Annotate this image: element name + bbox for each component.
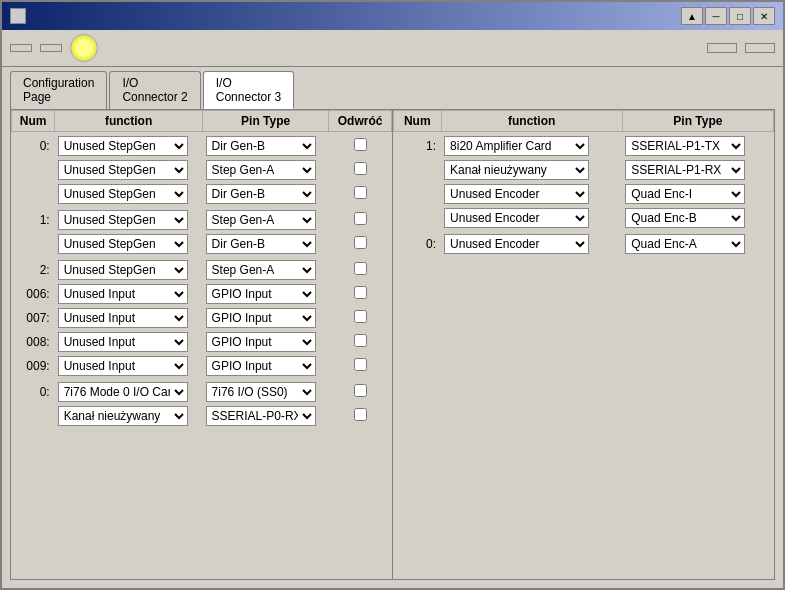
left-odwroc-checkbox[interactable] <box>354 384 367 397</box>
left-odwroc-checkbox[interactable] <box>354 334 367 347</box>
left-odwroc-checkbox[interactable] <box>354 236 367 249</box>
left-odwroc-checkbox[interactable] <box>354 138 367 151</box>
close-button[interactable]: ✕ <box>753 7 775 25</box>
minimize-button[interactable]: ▲ <box>681 7 703 25</box>
left-odwroc-cell <box>329 158 392 182</box>
right-function-select[interactable]: Unused Encoder <box>444 208 589 228</box>
main-window: ▲ ─ □ ✕ ConfigurationPage I/OConnector 2… <box>0 0 785 590</box>
maximize-button[interactable]: □ <box>729 7 751 25</box>
left-table-row: 1:Unused StepGenStep Gen-A <box>12 206 392 232</box>
left-odwroc-checkbox[interactable] <box>354 408 367 421</box>
right-table-row: 1:8i20 Amplifier CardSSERIAL-P1-TX <box>394 132 774 159</box>
right-header-function: function <box>441 111 622 132</box>
left-function-select[interactable]: Unused StepGen <box>58 234 188 254</box>
right-function-cell: 8i20 Amplifier Card <box>441 132 622 159</box>
left-function-select[interactable]: Kanał nieużywany <box>58 406 188 426</box>
left-odwroc-cell <box>329 256 392 282</box>
left-column: Num function Pin Type Odwróć 0:Unused St… <box>11 110 393 579</box>
right-function-cell: Unused Encoder <box>441 230 622 256</box>
right-function-cell: Unused Encoder <box>441 182 622 206</box>
left-pintype-select[interactable]: 7i76 I/O (SS0) <box>206 382 316 402</box>
left-odwroc-checkbox[interactable] <box>354 186 367 199</box>
left-table-row: 007:Unused InputGPIO Input <box>12 306 392 330</box>
right-pintype-select[interactable]: Quad Enc-A <box>625 234 745 254</box>
left-pintype-select[interactable]: Step Gen-A <box>206 210 316 230</box>
right-function-cell: Unused Encoder <box>441 206 622 230</box>
back-button[interactable] <box>707 43 737 53</box>
left-pintype-cell: Step Gen-A <box>203 206 329 232</box>
menubar <box>2 30 783 67</box>
left-pintype-cell: GPIO Input <box>203 282 329 306</box>
left-function-select[interactable]: Unused Input <box>58 284 188 304</box>
left-num-cell: 008: <box>12 330 55 354</box>
left-pintype-select[interactable]: GPIO Input <box>206 332 316 352</box>
right-column: Num function Pin Type 1:8i20 Amplifier C… <box>393 110 774 579</box>
left-odwroc-checkbox[interactable] <box>354 358 367 371</box>
left-num-cell: 0: <box>12 378 55 404</box>
left-function-cell: Unused Input <box>55 330 203 354</box>
left-function-cell: 7i76 Mode 0 I/O Card <box>55 378 203 404</box>
left-pintype-select[interactable]: SSERIAL-P0-RX <box>206 406 316 426</box>
right-pintype-select[interactable]: SSERIAL-P1-RX <box>625 160 745 180</box>
left-odwroc-checkbox[interactable] <box>354 286 367 299</box>
right-function-select[interactable]: Unused Encoder <box>444 184 589 204</box>
anuluj-button[interactable] <box>40 44 62 52</box>
left-function-select[interactable]: Unused StepGen <box>58 160 188 180</box>
left-odwroc-checkbox[interactable] <box>354 212 367 225</box>
right-num-cell <box>394 206 442 230</box>
left-function-select[interactable]: 7i76 Mode 0 I/O Card <box>58 382 188 402</box>
right-function-select[interactable]: Kanał nieużywany <box>444 160 589 180</box>
left-function-select[interactable]: Unused Input <box>58 308 188 328</box>
left-header-num: Num <box>12 111 55 132</box>
left-pintype-select[interactable]: Dir Gen-B <box>206 184 316 204</box>
left-odwroc-checkbox[interactable] <box>354 310 367 323</box>
left-function-select[interactable]: Unused StepGen <box>58 136 188 156</box>
left-num-cell <box>12 404 55 428</box>
left-pintype-select[interactable]: GPIO Input <box>206 308 316 328</box>
left-table-row: 2:Unused StepGenStep Gen-A <box>12 256 392 282</box>
right-num-cell <box>394 182 442 206</box>
left-function-select[interactable]: Unused StepGen <box>58 260 188 280</box>
right-pintype-cell: Quad Enc-B <box>622 206 773 230</box>
right-table-row: Kanał nieużywanySSERIAL-P1-RX <box>394 158 774 182</box>
tab-io-connector-3[interactable]: I/OConnector 3 <box>203 71 294 109</box>
left-function-cell: Unused Input <box>55 282 203 306</box>
restore-button[interactable]: ─ <box>705 7 727 25</box>
right-pintype-select[interactable]: SSERIAL-P1-TX <box>625 136 745 156</box>
left-num-cell: 1: <box>12 206 55 232</box>
pomoc-button[interactable] <box>10 44 32 52</box>
left-pintype-select[interactable]: GPIO Input <box>206 284 316 304</box>
left-header-function: function <box>55 111 203 132</box>
left-pintype-cell: GPIO Input <box>203 330 329 354</box>
left-odwroc-cell <box>329 404 392 428</box>
left-function-cell: Unused StepGen <box>55 132 203 159</box>
tab-io-connector-2[interactable]: I/OConnector 2 <box>109 71 200 109</box>
right-function-select[interactable]: 8i20 Amplifier Card <box>444 136 589 156</box>
right-pintype-select[interactable]: Quad Enc-B <box>625 208 745 228</box>
titlebar-buttons: ▲ ─ □ ✕ <box>681 7 775 25</box>
tab-config-page[interactable]: ConfigurationPage <box>10 71 107 109</box>
left-function-cell: Unused StepGen <box>55 206 203 232</box>
right-table-row: Unused EncoderQuad Enc-I <box>394 182 774 206</box>
left-pintype-select[interactable]: Step Gen-A <box>206 260 316 280</box>
left-pintype-cell: GPIO Input <box>203 306 329 330</box>
left-table-row: 006:Unused InputGPIO Input <box>12 282 392 306</box>
forward-button[interactable] <box>745 43 775 53</box>
left-function-select[interactable]: Unused StepGen <box>58 184 188 204</box>
left-num-cell <box>12 182 55 206</box>
left-function-select[interactable]: Unused Input <box>58 332 188 352</box>
left-odwroc-checkbox[interactable] <box>354 262 367 275</box>
left-pintype-select[interactable]: Step Gen-A <box>206 160 316 180</box>
left-pintype-cell: SSERIAL-P0-RX <box>203 404 329 428</box>
left-function-select[interactable]: Unused Input <box>58 356 188 376</box>
left-odwroc-checkbox[interactable] <box>354 162 367 175</box>
left-table-row: 008:Unused InputGPIO Input <box>12 330 392 354</box>
right-pintype-select[interactable]: Quad Enc-I <box>625 184 745 204</box>
left-pintype-select[interactable]: Dir Gen-B <box>206 136 316 156</box>
left-odwroc-cell <box>329 132 392 159</box>
right-pintype-cell: SSERIAL-P1-TX <box>622 132 773 159</box>
left-pintype-select[interactable]: Dir Gen-B <box>206 234 316 254</box>
left-pintype-select[interactable]: GPIO Input <box>206 356 316 376</box>
left-function-select[interactable]: Unused StepGen <box>58 210 188 230</box>
right-function-select[interactable]: Unused Encoder <box>444 234 589 254</box>
